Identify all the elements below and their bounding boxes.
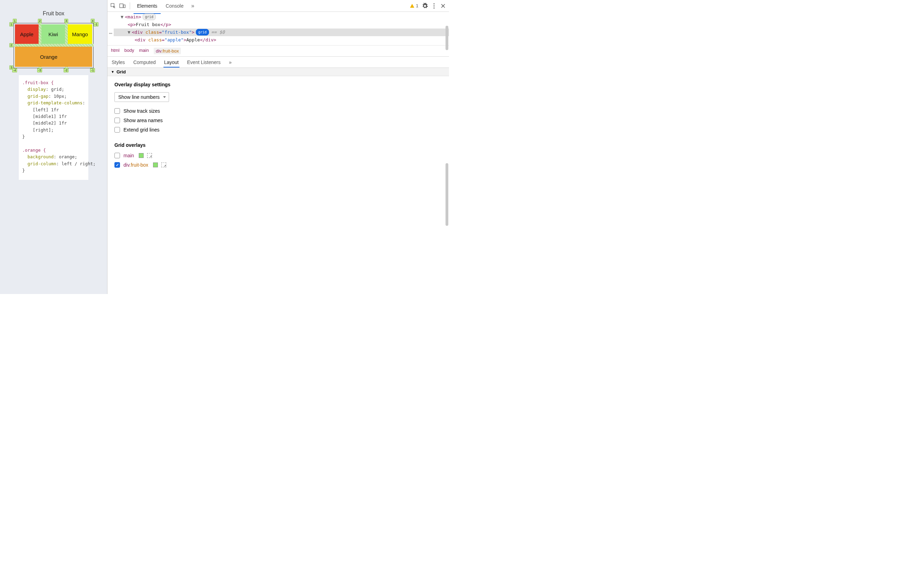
checkbox-area-names[interactable] (114, 118, 120, 123)
tab-console[interactable]: Console (162, 1, 187, 11)
crumb-html[interactable]: html (111, 48, 120, 54)
checkbox-overlay-main[interactable] (114, 153, 120, 158)
checkbox-overlay-fruit-box[interactable] (114, 162, 120, 168)
grid-cell-orange[interactable]: Orange (15, 47, 92, 67)
color-swatch[interactable] (139, 153, 144, 158)
grid-cell-apple[interactable]: Apple (15, 25, 38, 44)
grid-linenum: 3 (65, 19, 68, 23)
checkbox-track-sizes[interactable] (114, 108, 120, 114)
checkbox-row-track-sizes: Show track sizes (114, 108, 442, 114)
styles-tabs-overflow-icon[interactable]: » (228, 57, 232, 67)
tab-styles[interactable]: Styles (111, 57, 126, 67)
crumb-body[interactable]: body (125, 48, 134, 54)
reveal-element-icon[interactable] (147, 153, 152, 158)
demo-title: Fruit box (43, 11, 65, 17)
svg-point-4 (434, 5, 434, 6)
close-icon[interactable] (439, 2, 447, 10)
css-code-block: .fruit-box { display: grid; grid-gap: 10… (19, 75, 88, 180)
scrollbar[interactable] (446, 163, 448, 226)
tab-event-listeners[interactable]: Event Listeners (186, 57, 221, 67)
svg-rect-2 (123, 5, 125, 8)
grid-gap-horizontal (14, 44, 94, 47)
grid-overlays-heading: Grid overlays (114, 142, 442, 148)
rendered-page-pane: Fruit box Apple Kiwi Mango Orange 1 2 3 … (0, 0, 107, 294)
layout-panel-body: Overlay display settings Show line numbe… (108, 76, 449, 294)
grid-linenum: -2 (64, 68, 69, 72)
collapse-triangle-icon: ▼ (111, 70, 114, 74)
checkbox-extend-lines[interactable] (114, 127, 120, 132)
devtools-pane: Elements Console » 1 ▼<main>grid (107, 0, 449, 294)
scrollbar[interactable] (446, 26, 448, 50)
dom-node-p[interactable]: <p>Fruit box</p> (114, 21, 449, 29)
grid-linenum: 1 (9, 22, 13, 26)
overlay-label-fruit-box[interactable]: div.fruit-box (123, 162, 148, 168)
tab-layout[interactable]: Layout (163, 57, 180, 67)
grid-linenum: 2 (38, 19, 42, 23)
svg-point-5 (434, 7, 434, 8)
grid-linenum: 1 (13, 19, 17, 23)
grid-linenum: -4 (12, 68, 17, 72)
warning-icon (410, 3, 415, 8)
checkbox-row-area-names: Show area names (114, 118, 442, 123)
toolbar-separator (130, 2, 130, 9)
grid-demo: Apple Kiwi Mango Orange 1 2 3 4 1 2 3 -1… (14, 23, 94, 68)
grid-cell-mango[interactable]: Mango (68, 25, 92, 44)
overlay-label-main[interactable]: main (123, 153, 134, 158)
tabs-overflow-icon[interactable]: » (189, 3, 197, 9)
checkbox-row-extend-lines: Extend grid lines (114, 127, 442, 132)
kebab-menu-icon[interactable] (430, 2, 438, 10)
dom-node-apple[interactable]: <div class="apple">Apple</div> (114, 36, 449, 44)
svg-rect-1 (120, 4, 123, 8)
tab-computed[interactable]: Computed (132, 57, 157, 67)
crumb-fruit-box[interactable]: div.fruit-box (154, 48, 181, 54)
reveal-element-icon[interactable] (161, 163, 166, 167)
device-toggle-icon[interactable] (118, 2, 126, 10)
crumb-main[interactable]: main (139, 48, 149, 54)
breadcrumb: html body main div.fruit-box (108, 46, 449, 57)
line-numbers-select[interactable]: Show line numbers (114, 92, 169, 102)
inspect-element-icon[interactable] (109, 2, 117, 10)
grid-section-header[interactable]: ▼ Grid (108, 68, 449, 76)
overlay-row-main: main (114, 153, 442, 158)
dom-node-main[interactable]: ▼<main>grid (114, 13, 449, 21)
warnings-badge[interactable]: 1 (408, 3, 420, 8)
grid-linenum: -1 (90, 68, 95, 72)
styles-tabs: Styles Computed Layout Event Listeners » (108, 57, 449, 68)
settings-gear-icon[interactable] (421, 2, 429, 10)
color-swatch[interactable] (153, 163, 158, 167)
devtools-toolbar: Elements Console » 1 (108, 0, 449, 12)
grid-linenum: -3 (37, 68, 42, 72)
tab-elements[interactable]: Elements (134, 1, 161, 11)
grid-linenum: -1 (94, 22, 98, 26)
svg-point-3 (434, 3, 434, 4)
overlay-settings-heading: Overlay display settings (114, 82, 442, 87)
grid-cell-kiwi[interactable]: Kiwi (42, 25, 65, 44)
overlay-row-fruit-box: div.fruit-box (114, 162, 442, 168)
grid-linenum: 2 (9, 43, 13, 47)
dom-node-fruit-box[interactable]: ▼<div class="fruit-box">grid== $0 (114, 29, 449, 36)
dom-tree[interactable]: ▼<main>grid <p>Fruit box</p> ▼<div class… (108, 12, 449, 46)
